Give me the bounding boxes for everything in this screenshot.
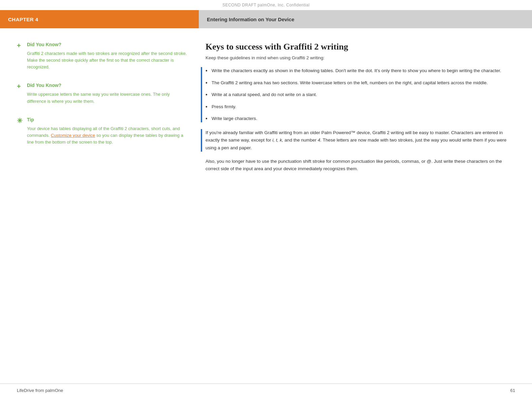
sidebar: + Did You Know? Graffiti 2 characters ma… bbox=[0, 42, 199, 382]
asterisk-icon: ✳ bbox=[17, 117, 24, 124]
bullet-item-1: Write the characters exactly as shown in… bbox=[206, 67, 512, 74]
chapter-header: CHAPTER 4 Entering Information on Your D… bbox=[0, 10, 532, 28]
footer-page-number: 61 bbox=[510, 388, 515, 393]
sidebar-item-1: + Did You Know? Graffiti 2 characters ma… bbox=[17, 42, 189, 70]
watermark: SECOND DRAFT palmOne, Inc. Confidential bbox=[0, 0, 532, 9]
chapter-label: CHAPTER 4 bbox=[0, 10, 199, 28]
sidebar-text-3: Your device has tables displaying all of… bbox=[27, 125, 189, 146]
plus-icon-1: + bbox=[17, 42, 24, 49]
paragraph-1: If you're already familiar with Graffiti… bbox=[206, 129, 512, 152]
sidebar-text-1: Graffiti 2 characters made with two stro… bbox=[27, 50, 189, 70]
paragraph-2: Also, you no longer have to use the punc… bbox=[206, 158, 512, 173]
chapter-title: Entering Information on Your Device bbox=[199, 10, 532, 28]
bullet-section: Write the characters exactly as shown in… bbox=[206, 67, 512, 122]
footer-brand: LifeDrive from palmOne bbox=[17, 388, 63, 393]
main-content: + Did You Know? Graffiti 2 characters ma… bbox=[0, 28, 532, 382]
bullet-list: Write the characters exactly as shown in… bbox=[206, 67, 512, 122]
sidebar-item-2: + Did You Know? Write uppercase letters … bbox=[17, 83, 189, 104]
bullet-item-2: The Graffiti 2 writing area has two sect… bbox=[206, 79, 512, 87]
sidebar-heading-3: Tip bbox=[27, 117, 34, 122]
bullet-item-4: Press firmly. bbox=[206, 103, 512, 111]
bullet-item-5: Write large characters. bbox=[206, 115, 512, 122]
customize-link[interactable]: Customize your device bbox=[51, 133, 95, 138]
plus-icon-2: + bbox=[17, 83, 24, 90]
bullet-item-3: Write at a natural speed, and do not wri… bbox=[206, 91, 512, 98]
blue-bar-2 bbox=[201, 129, 202, 152]
content-area: Keys to success with Graffiti 2 writing … bbox=[199, 42, 532, 382]
content-subtitle: Keep these guidelines in mind when using… bbox=[206, 55, 512, 60]
footer: LifeDrive from palmOne 61 bbox=[0, 384, 532, 397]
sidebar-heading-2: Did You Know? bbox=[27, 83, 61, 88]
page-title: Keys to success with Graffiti 2 writing bbox=[206, 42, 512, 52]
sidebar-item-3: ✳ Tip Your device has tables displaying … bbox=[17, 117, 189, 146]
sidebar-heading-1: Did You Know? bbox=[27, 42, 61, 47]
blue-bar-1 bbox=[201, 67, 202, 122]
paragraph-section-1: If you're already familiar with Graffiti… bbox=[206, 129, 512, 152]
sidebar-text-2: Write uppercase letters the same way you… bbox=[27, 91, 189, 104]
paragraph-section-2: Also, you no longer have to use the punc… bbox=[206, 158, 512, 173]
